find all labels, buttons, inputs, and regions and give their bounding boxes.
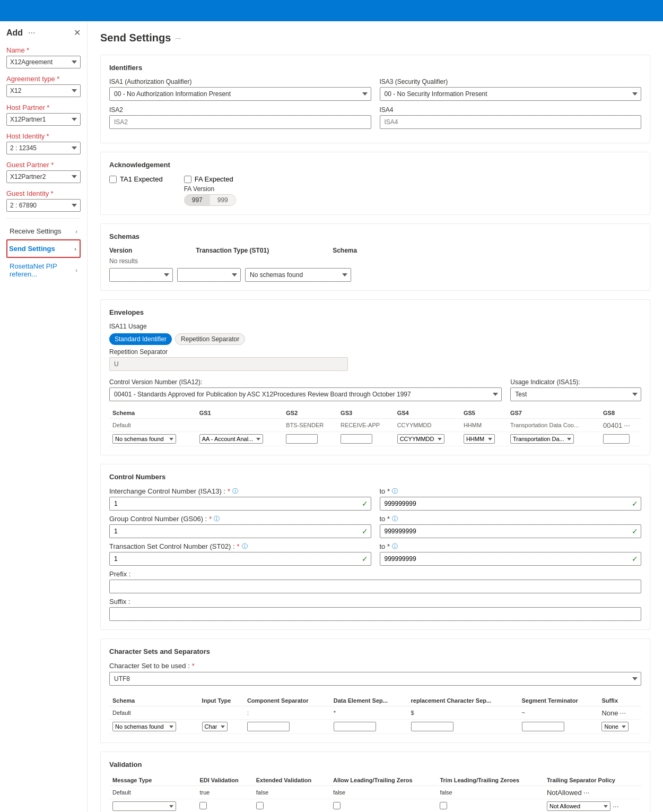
schema-transaction-select[interactable] (177, 268, 241, 282)
gs-gs5-select[interactable]: HHMM (464, 434, 495, 444)
cs-type-select[interactable]: Char (202, 722, 228, 731)
agreement-type-select[interactable]: X12 (6, 84, 81, 97)
isa2-input[interactable] (109, 115, 371, 129)
cs-component-input[interactable] (247, 722, 290, 731)
chevron-right-icon: › (75, 267, 77, 273)
host-identity-select[interactable]: 2 : 12345 (6, 142, 81, 154)
guest-identity-select[interactable]: 2 : 67890 (6, 199, 81, 212)
cs-suffix-select[interactable]: None (601, 722, 629, 731)
page-title: Send Settings (100, 32, 171, 44)
cs-th-component: Component Separator (244, 695, 330, 706)
schema-select[interactable]: No schemas found (245, 268, 351, 282)
cs-replacement-val: $ (408, 706, 519, 720)
cs-row-dots[interactable]: ··· (620, 709, 626, 717)
ta1-checkbox[interactable] (109, 176, 117, 183)
gs-gs1-select[interactable]: AA - Account Anal... (199, 434, 263, 444)
isa13-input[interactable] (109, 497, 371, 511)
fa-checkbox[interactable] (184, 176, 191, 183)
val-trim-checkbox[interactable] (440, 802, 447, 809)
val-edi-checkbox[interactable] (199, 802, 207, 809)
usage-select[interactable]: Test (510, 387, 641, 401)
acknowledgement-title: Acknowledgement (109, 161, 641, 169)
st02-check-icon: ✓ (362, 555, 368, 563)
gs-row-dots[interactable]: ··· (624, 421, 630, 429)
agreement-type-label: Agreement type * (6, 75, 81, 83)
gs06-label: Group Control Number (GS06) : (109, 515, 207, 523)
val-th-edi: EDI Validation (196, 775, 252, 786)
val-schema-select[interactable] (112, 801, 176, 811)
fa-997-button[interactable]: 997 (185, 195, 210, 205)
val-allow-checkbox[interactable] (333, 802, 341, 809)
gs06-check-icon: ✓ (362, 527, 368, 535)
character-sets-section: Character Sets and Separators Character … (100, 638, 650, 743)
val-ext-val: false (253, 786, 330, 799)
gs-gs8-val: 00401 (603, 421, 622, 429)
cs-segment-input[interactable] (522, 722, 564, 731)
control-numbers-title: Control Numbers (109, 473, 641, 481)
name-select[interactable]: X12Agreement (6, 56, 81, 68)
val-ext-checkbox[interactable] (256, 802, 264, 809)
charset-select[interactable]: UTF8 (109, 672, 641, 686)
gs-gs8-input[interactable] (603, 434, 630, 444)
sidebar-item-send-settings[interactable]: Send Settings › (6, 239, 81, 258)
isa3-select[interactable]: 00 - No Security Information Present (380, 87, 642, 101)
isa4-label: ISA4 (380, 106, 642, 114)
control-numbers-section: Control Numbers Interchange Control Numb… (100, 464, 650, 630)
cv-select[interactable]: 00401 - Standards Approved for Publicati… (109, 387, 502, 401)
gs06-input[interactable] (109, 524, 371, 538)
st02-to-info-icon[interactable]: ⓘ (392, 542, 398, 550)
schema-version-select[interactable] (109, 268, 173, 282)
gs06-to-input[interactable] (380, 524, 642, 538)
gs-gs7-select[interactable]: Transportation Da... (510, 434, 574, 444)
st02-to-input[interactable] (380, 552, 642, 566)
rep-sep-input[interactable] (109, 357, 348, 371)
st02-info-icon[interactable]: ⓘ (242, 542, 248, 550)
name-label: Name * (6, 46, 81, 54)
guest-partner-select[interactable]: X12Partner2 (6, 170, 81, 183)
isa13-label: Interchange Control Number (ISA13) : (109, 487, 225, 495)
cs-data-element-input[interactable] (334, 722, 376, 731)
standard-identifier-tag[interactable]: Standard Identifier (109, 333, 172, 345)
host-partner-select[interactable]: X12Partner1 (6, 113, 81, 126)
cs-th-data-element: Data Element Sep... (330, 695, 408, 706)
suffix-input[interactable] (109, 607, 641, 621)
gs06-info-icon[interactable]: ⓘ (214, 515, 220, 523)
val-th-policy: Trailing Separator Policy (544, 775, 641, 786)
isa13-to-input[interactable] (380, 497, 642, 511)
prefix-input[interactable] (109, 580, 641, 593)
close-button[interactable]: ✕ (74, 28, 81, 38)
cs-default-row: Default : * $ ~ None ··· (109, 706, 641, 720)
main-content: Send Settings ··· Identifiers ISA1 (Auth… (88, 21, 663, 812)
val-row-dots[interactable]: ··· (583, 788, 590, 797)
top-bar (0, 0, 663, 21)
repetition-separator-tag[interactable]: Repetition Separator (175, 333, 245, 345)
main-dots[interactable]: ··· (175, 34, 181, 42)
val-policy-select[interactable]: Not Allowed (547, 801, 610, 811)
cs-th-replacement: replacement Character Sep... (408, 695, 519, 706)
isa4-input[interactable] (380, 115, 642, 129)
cs-replacement-input[interactable] (411, 722, 453, 731)
isa13-to-info-icon[interactable]: ⓘ (392, 487, 398, 495)
st02-input[interactable] (109, 552, 371, 566)
gs-gs3-input[interactable] (341, 434, 372, 444)
gs-th-gs7: GS7 (507, 408, 600, 419)
gs06-to-info-icon[interactable]: ⓘ (392, 515, 398, 523)
gs-th-gs3: GS3 (337, 408, 394, 419)
fa-999-button[interactable]: 999 (210, 195, 235, 205)
usage-label: Usage Indicator (ISA15): (510, 378, 641, 386)
charset-label: Character Set to be used : (109, 662, 190, 670)
ta1-label: TA1 Expected (120, 175, 163, 183)
val-input-dots[interactable]: ··· (613, 802, 619, 810)
sidebar-item-receive-settings[interactable]: Receive Settings › (6, 223, 81, 239)
isa13-info-icon[interactable]: ⓘ (232, 487, 238, 495)
sidebar-dots[interactable]: ··· (28, 28, 35, 38)
cv-label: Control Version Number (ISA12): (109, 378, 502, 386)
sidebar-item-rosettanet[interactable]: RosettaNet PIP referen... › (6, 258, 81, 282)
isa1-select[interactable]: 00 - No Authorization Information Presen… (109, 87, 371, 101)
gs-gs4-select[interactable]: CCYYMMDD (397, 434, 444, 444)
gs-th-gs1: GS1 (196, 408, 283, 419)
no-results: No results (109, 257, 641, 265)
cs-schema-select[interactable]: No schemas found (112, 722, 176, 731)
gs-gs2-input[interactable] (286, 434, 318, 444)
gs-schema-select[interactable]: No schemas found (112, 434, 176, 444)
